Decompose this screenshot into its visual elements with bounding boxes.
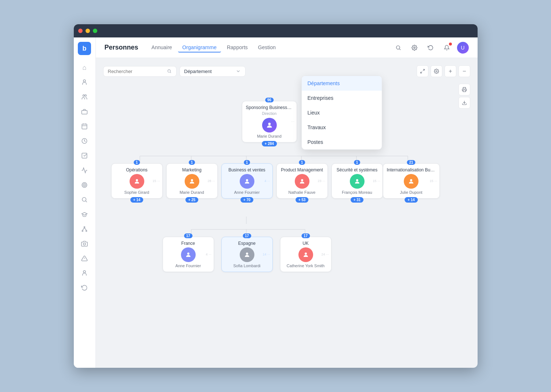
main-content: Personnes Annuaire Organigramme Rapports… (96, 37, 478, 368)
sidebar-item-chart[interactable] (78, 164, 91, 177)
sidebar-item-network[interactable] (78, 222, 91, 236)
ops-badge: 1 (134, 160, 140, 165)
uk-avatar (298, 247, 313, 262)
biz-expand[interactable]: + 70 (240, 197, 254, 203)
node-operations[interactable]: 1 Opérations 15 ⋯ Sophie Girard + 14 (111, 163, 163, 199)
intl-avatar (404, 174, 418, 189)
dropdown-item-postes[interactable]: Postes (302, 135, 382, 149)
app-logo: b (78, 42, 91, 55)
sidebar-item-target[interactable] (78, 178, 91, 192)
dropdown-item-lieux[interactable]: Lieux (302, 105, 382, 120)
svg-point-15 (84, 226, 85, 228)
fr-avatar (181, 247, 196, 262)
svg-point-56 (410, 179, 412, 181)
close-dot[interactable] (78, 29, 83, 33)
sidebar-item-search[interactable] (78, 193, 91, 206)
sidebar-item-camera[interactable] (78, 237, 91, 250)
tab-rapports[interactable]: Rapports (222, 43, 252, 52)
svg-point-53 (246, 179, 248, 181)
root-role: Direction (246, 112, 293, 116)
svg-line-30 (420, 72, 422, 73)
refresh-button[interactable] (425, 42, 436, 54)
chart-toolbar: Département (103, 65, 470, 77)
tab-organigramme[interactable]: Organigramme (178, 43, 221, 52)
prod-expand[interactable]: + 53 (296, 197, 309, 203)
sec-badge: 1 (354, 160, 360, 165)
root-dept-name: Sponsoring Business - Operati... (246, 105, 293, 110)
user-avatar[interactable]: U (457, 42, 469, 54)
root-expand[interactable]: + 284 (262, 141, 277, 146)
department-select[interactable]: Département (180, 66, 246, 77)
sec-expand[interactable]: + 31 (351, 197, 364, 203)
expand-view-button[interactable] (417, 65, 428, 77)
biz-name: Business et ventes (225, 167, 269, 173)
mkt-expand[interactable]: + 25 (185, 197, 199, 203)
sidebar: b ⌂ (74, 37, 96, 368)
node-product[interactable]: 1 Product Management 23 ⋯ Nathalie Fauve… (276, 163, 328, 199)
tab-annuaire[interactable]: Annuaire (147, 43, 177, 52)
node-business[interactable]: 1 Business et ventes 4 ⋯ Anne Fournier +… (221, 163, 273, 199)
minimize-dot[interactable] (86, 29, 90, 33)
sidebar-item-person[interactable] (78, 76, 91, 89)
svg-point-23 (83, 271, 86, 273)
dropdown-item-entreprises[interactable]: Entreprises (302, 91, 382, 105)
svg-point-52 (191, 179, 193, 181)
biz-staff: 4 (264, 179, 266, 183)
svg-line-14 (86, 201, 87, 202)
svg-point-0 (83, 80, 86, 82)
sidebar-item-clock[interactable] (78, 134, 91, 148)
sidebar-item-people[interactable] (78, 90, 91, 104)
sidebar-item-history[interactable] (78, 281, 91, 294)
svg-point-1 (83, 95, 85, 97)
mkt-staff: 28 (207, 179, 211, 183)
svg-point-20 (83, 243, 86, 245)
chart-search-box[interactable] (103, 66, 177, 77)
chart-search-input[interactable] (108, 69, 164, 74)
fr-badge: 17 (184, 233, 192, 238)
prod-badge: 1 (299, 160, 305, 165)
uk-name: UK (284, 241, 327, 246)
mkt-name: Marketing (170, 167, 214, 173)
app-window: b ⌂ (74, 24, 478, 368)
settings-view-button[interactable] (431, 65, 442, 77)
sidebar-item-calendar[interactable] (78, 120, 91, 133)
sidebar-item-check[interactable] (78, 149, 91, 162)
intl-expand[interactable]: + 14 (405, 197, 418, 203)
biz-badge: 1 (244, 160, 250, 165)
page-title: Personnes (105, 44, 138, 51)
svg-line-25 (399, 49, 400, 50)
dropdown-item-travaux[interactable]: Travaux (302, 120, 382, 135)
maximize-dot[interactable] (93, 29, 97, 33)
svg-point-13 (82, 197, 86, 202)
prod-staff: 23 (318, 179, 321, 183)
sidebar-item-alert[interactable] (78, 252, 91, 265)
notification-button[interactable] (441, 42, 453, 54)
node-security[interactable]: 1 Sécurité et systèmes 15 ⋯ François Mor… (331, 163, 383, 199)
sidebar-item-user-settings[interactable] (78, 266, 91, 280)
root-person: Marie Durand (246, 134, 293, 138)
node-uk[interactable]: 17 UK 24 ⋯ Catherine York Smith (280, 237, 331, 272)
add-node-button[interactable] (445, 65, 456, 77)
settings-button[interactable] (409, 42, 420, 54)
tab-gestion[interactable]: Gestion (254, 43, 280, 52)
sidebar-item-home[interactable]: ⌂ (78, 61, 91, 74)
uk-badge: 17 (301, 233, 310, 238)
svg-point-26 (414, 47, 415, 48)
node-france[interactable]: 17 France 4 ⋯ Anne Fournier (163, 237, 214, 272)
node-international[interactable]: 21 Internationalisation Business St... 1… (383, 163, 440, 199)
svg-point-31 (436, 70, 437, 72)
org-chart: 96 Sponsoring Business - Operati... Dire… (103, 84, 470, 334)
node-espagne[interactable]: 17 Espagne 14 ⋯ Sofia Lombardi (221, 237, 273, 272)
sidebar-item-briefcase[interactable] (78, 105, 91, 118)
remove-node-button[interactable] (458, 65, 470, 77)
root-node[interactable]: 96 Sponsoring Business - Operati... Dire… (242, 101, 297, 142)
node-marketing[interactable]: 1 Marketing 28 ⋯ Marie Durand + 25 (166, 163, 218, 199)
mkt-avatar (185, 174, 199, 189)
search-button[interactable] (392, 42, 404, 54)
sec-avatar (350, 174, 365, 189)
dropdown-item-departements[interactable]: Départements (302, 76, 382, 91)
sidebar-item-graduation[interactable] (78, 208, 91, 221)
sec-person: François Moreau (336, 190, 379, 195)
ops-expand[interactable]: + 14 (130, 197, 144, 203)
topbar: Personnes Annuaire Organigramme Rapports… (96, 37, 478, 58)
